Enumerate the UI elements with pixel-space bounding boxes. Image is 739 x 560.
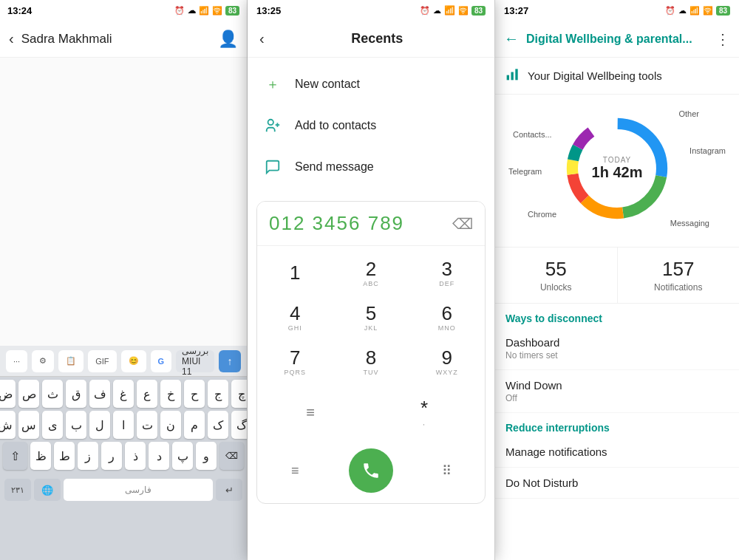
key-numbers[interactable]: ۲۳۱ xyxy=(4,479,31,501)
key-dh[interactable]: ض xyxy=(0,380,16,408)
backspace-key[interactable]: ⌫ xyxy=(219,442,244,470)
key-globe[interactable]: 🌐 xyxy=(34,479,61,501)
overflow-menu-icon[interactable]: ⋮ xyxy=(715,30,730,48)
middle-phone-panel: 13:25 ⏰ ☁ 📶 🛜 83 ‹ Recents ＋ New contact… xyxy=(248,0,495,560)
key-sad[interactable]: ص xyxy=(18,380,39,408)
recents-menu: ＋ New contact Add to contacts Send messa… xyxy=(248,58,494,194)
keyboard-emoji-button[interactable]: 😊 xyxy=(121,350,146,372)
key-ain[interactable]: ع xyxy=(137,380,157,408)
back-button-right[interactable]: ← xyxy=(504,30,519,47)
unlocks-stat[interactable]: 55 Unlocks xyxy=(495,247,618,303)
dialpad-key-star[interactable]: * , xyxy=(395,391,454,434)
key-noon[interactable]: ن xyxy=(160,411,181,439)
person-icon[interactable]: 👤 xyxy=(218,30,238,49)
chart-icon xyxy=(505,66,520,85)
svg-point-12 xyxy=(572,123,661,213)
key-fa[interactable]: ف xyxy=(89,380,110,408)
key-se[interactable]: ث xyxy=(42,380,63,408)
keyboard-dots-button[interactable]: ··· xyxy=(6,350,27,372)
dashboard-sub: No timers set xyxy=(505,350,729,361)
dialpad-key-2[interactable]: 2 ABC xyxy=(341,252,401,295)
key-pe[interactable]: پ xyxy=(172,442,193,470)
key-ta[interactable]: ط xyxy=(54,442,75,470)
time-right: 13:27 xyxy=(504,5,528,16)
right-phone-panel: 13:27 ⏰ ☁ 📶 🛜 83 ← Digital Wellbeing & p… xyxy=(495,0,739,560)
keyboard-lang-selector[interactable]: بررسی MIUI 11 xyxy=(176,350,214,372)
dialpad-key-6[interactable]: 6 MNO xyxy=(418,296,477,339)
dialpad-key-5[interactable]: 5 JKL xyxy=(341,296,401,339)
dialpad-key-9[interactable]: 9 WXYZ xyxy=(418,341,477,383)
key-jeem[interactable]: ج xyxy=(208,380,228,408)
dialpad-key-1[interactable]: 1 xyxy=(265,252,324,295)
dialpad-key-7[interactable]: 7 PQRS xyxy=(265,341,324,383)
call-button[interactable] xyxy=(349,448,393,493)
key-zal[interactable]: ذ xyxy=(125,442,146,470)
key-re[interactable]: ر xyxy=(101,442,122,470)
dialer-number: 012 3456 789 xyxy=(269,212,404,235)
dialpad-menu-icon[interactable]: ≡ xyxy=(288,404,333,421)
key-te[interactable]: ت xyxy=(137,411,157,439)
key-kaf[interactable]: ک xyxy=(208,411,228,439)
svg-point-0 xyxy=(268,120,273,125)
key-khe[interactable]: خ xyxy=(160,380,181,408)
wellbeing-tools-row[interactable]: Your Digital Wellbeing tools xyxy=(495,58,739,95)
keyboard-gif-button[interactable]: GIF xyxy=(88,350,116,372)
svg-rect-3 xyxy=(507,75,509,81)
key-lam[interactable]: ل xyxy=(89,411,110,439)
keyboard-settings-button[interactable]: ⚙ xyxy=(32,350,54,372)
key-che[interactable]: چ xyxy=(231,380,248,408)
key-ze[interactable]: ز xyxy=(78,442,98,470)
do-not-disturb-title: Do Not Disturb xyxy=(505,477,729,489)
key-space-farsi[interactable]: فارسی xyxy=(64,479,213,501)
send-message-item[interactable]: Send message xyxy=(248,146,494,188)
dialpad-grid-icon[interactable]: ⠿ xyxy=(425,462,469,479)
time-mid: 13:25 xyxy=(256,5,281,16)
dialer-container: 012 3456 789 ⌫ 1 2 ABC 3 DEF xyxy=(256,201,486,504)
key-be[interactable]: ب xyxy=(66,411,86,439)
key-he[interactable]: ح xyxy=(184,380,205,408)
dialpad-key-4[interactable]: 4 GHI xyxy=(265,296,324,339)
dialer-backspace-button[interactable]: ⌫ xyxy=(452,215,473,233)
new-contact-item[interactable]: ＋ New contact xyxy=(248,64,494,105)
key-gh[interactable]: غ xyxy=(113,380,134,408)
key-shift[interactable]: ⇧ xyxy=(3,442,27,470)
dashboard-title: Dashboard xyxy=(505,336,729,349)
dialpad-row-3: 7 PQRS 8 TUV 9 WXYZ xyxy=(257,341,485,383)
wellbeing-tools-label: Your Digital Wellbeing tools xyxy=(528,69,662,82)
do-not-disturb-item[interactable]: Do Not Disturb xyxy=(495,468,739,499)
key-dal[interactable]: د xyxy=(149,442,169,470)
back-button-left[interactable]: ‹ xyxy=(9,30,14,47)
donut-svg xyxy=(558,109,676,228)
keyboard-clipboard-button[interactable]: 📋 xyxy=(58,350,84,372)
dialpad-key-3[interactable]: 3 DEF xyxy=(418,252,477,295)
key-seen[interactable]: س xyxy=(18,411,39,439)
unlocks-count: 55 xyxy=(495,258,617,281)
key-meem[interactable]: م xyxy=(184,411,205,439)
notifications-label: Notifications xyxy=(618,282,740,293)
dialpad-hash-menu[interactable]: ≡ xyxy=(273,463,317,479)
wind-down-item[interactable]: Wind Down Off xyxy=(495,370,739,413)
add-to-contacts-item[interactable]: Add to contacts xyxy=(248,105,494,146)
back-button-mid[interactable]: ‹ xyxy=(259,30,265,47)
key-enter[interactable]: ↵ xyxy=(216,479,242,501)
keyboard-google-button[interactable]: G xyxy=(151,350,172,372)
keyboard-toolbar: ··· ⚙ 📋 GIF 😊 G بررسی MIUI 11 ↑ xyxy=(0,346,247,377)
stats-row: 55 Unlocks 157 Notifications xyxy=(495,247,739,304)
donut-label-other: Other xyxy=(678,109,699,118)
plus-icon: ＋ xyxy=(262,74,283,95)
key-ye[interactable]: ی xyxy=(42,411,63,439)
key-qaf[interactable]: ق xyxy=(66,380,86,408)
manage-notifications-item[interactable]: Manage notifications xyxy=(495,437,739,468)
key-gaf[interactable]: گ xyxy=(231,411,248,439)
dialpad-key-8[interactable]: 8 TUV xyxy=(341,341,401,383)
key-zah[interactable]: ظ xyxy=(30,442,51,470)
key-alef[interactable]: ا xyxy=(113,411,134,439)
key-vav[interactable]: و xyxy=(196,442,217,470)
dashboard-item[interactable]: Dashboard No timers set xyxy=(495,327,739,370)
keyboard-up-arrow[interactable]: ↑ xyxy=(219,350,241,372)
status-icons-mid: ⏰ ☁ 📶 🛜 83 xyxy=(420,5,486,16)
status-bar-left: 13:24 ⏰ ☁ 📶 🛜 83 xyxy=(0,0,247,21)
notifications-stat[interactable]: 157 Notifications xyxy=(618,247,740,303)
key-shin[interactable]: ش xyxy=(0,411,16,439)
donut-label-instagram: Instagram xyxy=(689,146,726,155)
